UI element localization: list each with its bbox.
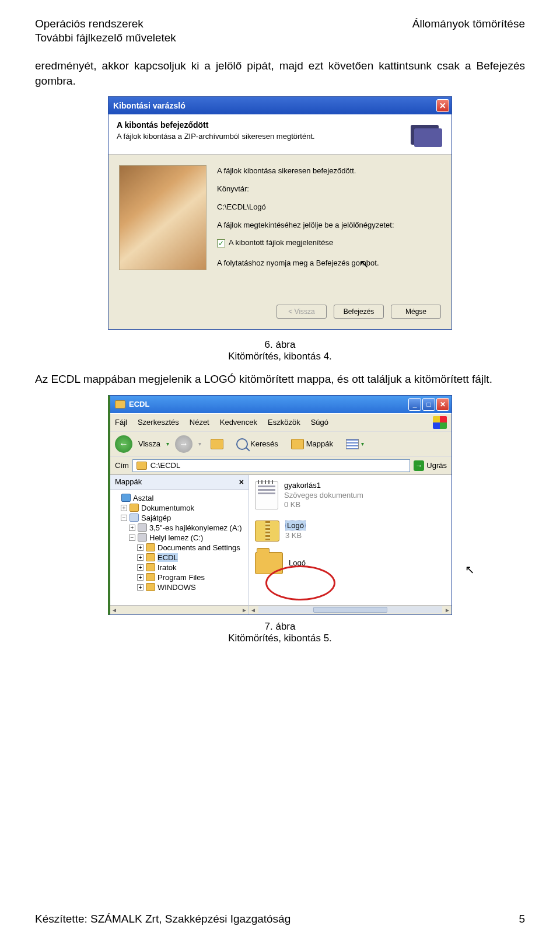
page-header: Operációs rendszerek Állományok tömöríté… — [35, 18, 525, 30]
explorer-title: ECDL — [129, 400, 149, 408]
menu-view[interactable]: Nézet — [190, 418, 209, 427]
menu-help[interactable]: Súgó — [311, 418, 328, 427]
show-files-label: A kibontott fájlok megjelenítése — [229, 237, 333, 249]
sidebar-scrollbar[interactable]: ◄► — [110, 605, 249, 614]
tree-das[interactable]: Documents and Settings — [158, 543, 240, 552]
sidebar-close-icon[interactable]: × — [239, 477, 244, 487]
wizard-illustration — [119, 165, 206, 270]
up-button[interactable] — [207, 438, 227, 450]
figure7-number: 7. ábra — [35, 621, 525, 633]
tree-documents[interactable]: Dokumentumok — [141, 504, 194, 512]
search-label: Keresés — [250, 439, 278, 448]
file-list: gyakorlás1 Szöveges dokumentum 0 KB Logó… — [249, 475, 452, 614]
expand-icon[interactable]: + — [137, 574, 144, 581]
wizard-header-panel: A kibontás befejeződött A fájlok kibontá… — [108, 114, 452, 155]
collapse-icon[interactable]: − — [121, 515, 127, 521]
wizard-titlebar[interactable]: Kibontási varázsló ✕ — [108, 97, 452, 114]
zip-folder-icon — [255, 521, 279, 542]
wizard-line-dirlabel: Könyvtár: — [217, 183, 441, 195]
tree-programfiles[interactable]: Program Files — [158, 573, 205, 582]
forward-button: → — [175, 435, 192, 453]
go-button[interactable]: → Ugrás — [414, 460, 447, 471]
menu-file[interactable]: Fájl — [115, 418, 127, 427]
close-icon[interactable]: ✕ — [436, 99, 449, 112]
wizard-line-success: A fájlok kibontása sikeresen befejeződöt… — [217, 165, 441, 177]
folder-icon — [146, 543, 155, 551]
sidebar-title: Mappák — [115, 477, 142, 486]
expand-icon[interactable]: + — [121, 505, 127, 511]
forward-dropdown-icon: ▾ — [198, 441, 201, 447]
search-button[interactable]: Keresés — [233, 437, 282, 451]
file1-name: gyakorlás1 — [284, 481, 363, 491]
folder-icon — [136, 462, 147, 470]
folders-button[interactable]: Mappák — [288, 438, 337, 450]
collapse-icon[interactable]: − — [129, 535, 135, 541]
folder-icon — [146, 563, 155, 571]
tree-windows[interactable]: WINDOWS — [158, 583, 196, 592]
extraction-wizard-dialog: Kibontási varázsló ✕ A kibontás befejező… — [108, 96, 452, 330]
footer-left: Készítette: SZÁMALK Zrt, Szakképzési Iga… — [35, 913, 290, 925]
views-dropdown-icon: ▾ — [361, 441, 364, 447]
address-bar: Cím C:\ECDL → Ugrás — [110, 456, 452, 474]
folders-sidebar: Mappák × Asztal +Dokumentumok −Sajátgép … — [110, 475, 249, 614]
folder-tree[interactable]: Asztal +Dokumentumok −Sajátgép +3,5"-es … — [110, 490, 249, 605]
folder-icon — [146, 583, 155, 591]
explorer-menubar: Fájl Szerkesztés Nézet Kedvencek Eszközö… — [110, 413, 452, 431]
tree-iratok[interactable]: Iratok — [158, 563, 177, 572]
list-item[interactable]: gyakorlás1 Szöveges dokumentum 0 KB — [255, 481, 446, 511]
address-label: Cím — [115, 461, 129, 470]
explorer-body: Mappák × Asztal +Dokumentumok −Sajátgép … — [110, 474, 452, 614]
folders-label: Mappák — [306, 439, 333, 448]
header-sub: További fájlkezelő műveletek — [35, 32, 525, 44]
expand-icon[interactable]: + — [129, 525, 135, 531]
maximize-icon[interactable]: □ — [422, 398, 435, 411]
cancel-button[interactable]: Mégse — [391, 305, 441, 319]
menu-tools[interactable]: Eszközök — [268, 418, 300, 427]
back-button[interactable]: ← — [115, 435, 132, 453]
tree-mycomputer[interactable]: Sajátgép — [141, 514, 171, 522]
back-dropdown-icon[interactable]: ▾ — [166, 441, 169, 447]
explorer-window: ECDL _ □ ✕ Fájl Szerkesztés Nézet Kedven… — [108, 395, 452, 615]
tree-ecdl[interactable]: ECDL — [158, 553, 178, 562]
text-document-icon — [255, 481, 278, 509]
wizard-path: C:\ECDL\Logó — [217, 201, 441, 214]
file1-type: Szöveges dokumentum — [284, 491, 363, 501]
folder-icon — [115, 400, 125, 408]
address-value: C:\ECDL — [150, 461, 180, 470]
up-folder-icon — [211, 439, 223, 449]
header-right: Állományok tömörítése — [412, 18, 525, 30]
folder-icon — [130, 504, 139, 512]
figure6-caption: 6. ábra Kitömörítés, kibontás 4. — [35, 339, 525, 362]
show-files-checkbox[interactable]: ✓ — [217, 239, 225, 247]
expand-icon[interactable]: + — [137, 564, 144, 571]
figure7-title: Kitömörítés, kibontás 5. — [35, 633, 525, 644]
figure6-title: Kitömörítés, kibontás 4. — [35, 351, 525, 362]
paragraph-2: Az ECDL mappában megjelenik a LOGÓ kitöm… — [35, 372, 525, 387]
list-item[interactable]: Logó 3 KB — [255, 521, 446, 542]
cursor-icon: ↖ — [359, 257, 369, 270]
tree-localdisk[interactable]: Helyi lemez (C:) — [149, 533, 203, 542]
wizard-subheading: A fájlok kibontása a ZIP-archívumból sik… — [117, 132, 411, 141]
menu-edit[interactable]: Szerkesztés — [138, 418, 179, 427]
page-footer: Készítette: SZÁMALK Zrt, Szakképzési Iga… — [35, 913, 525, 925]
tree-floppy[interactable]: 3,5"-es hajlékonylemez (A:) — [149, 523, 242, 532]
figure7-caption: 7. ábra Kitömörítés, kibontás 5. — [35, 621, 525, 644]
address-input[interactable]: C:\ECDL — [132, 459, 410, 472]
content-scrollbar[interactable]: ◄► — [249, 605, 452, 614]
views-button[interactable]: ▾ — [342, 438, 368, 450]
finish-button[interactable]: Befejezés — [334, 305, 384, 319]
tree-desktop[interactable]: Asztal — [133, 494, 153, 502]
back-label[interactable]: Vissza — [138, 439, 160, 448]
computer-icon — [130, 514, 139, 522]
minimize-icon[interactable]: _ — [408, 398, 421, 411]
wizard-button-row: < Vissza Befejezés Mégse — [108, 305, 452, 329]
menu-favorites[interactable]: Kedvencek — [220, 418, 257, 427]
close-icon[interactable]: ✕ — [436, 398, 449, 411]
expand-icon[interactable]: + — [137, 544, 144, 551]
wizard-body: A fájlok kibontása sikeresen befejeződöt… — [108, 155, 452, 291]
cursor-icon: ↖ — [465, 563, 475, 577]
expand-icon[interactable]: + — [137, 584, 144, 591]
explorer-titlebar[interactable]: ECDL _ □ ✕ — [110, 396, 452, 413]
expand-icon[interactable]: + — [137, 554, 144, 561]
highlight-ellipse — [265, 565, 335, 600]
